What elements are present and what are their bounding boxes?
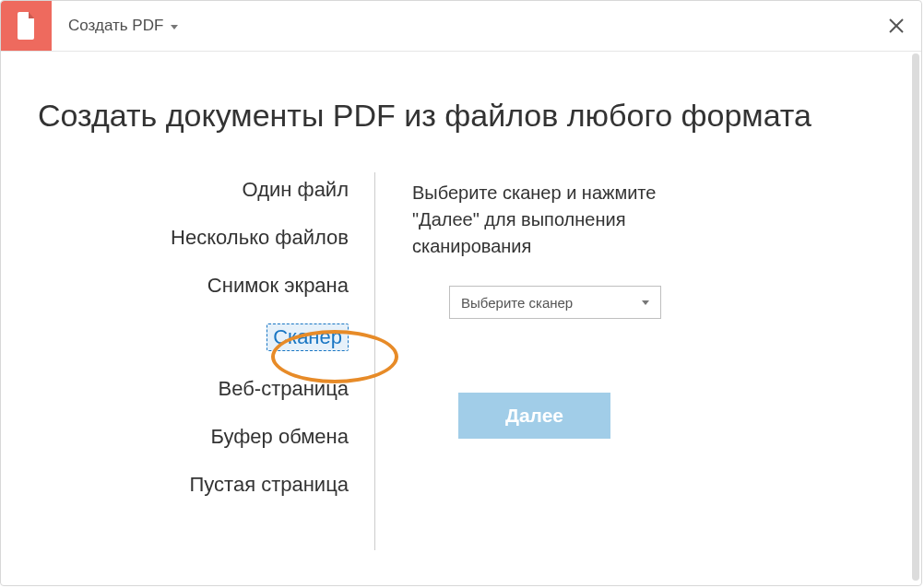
source-option-multiple-files[interactable]: Несколько файлов	[171, 228, 349, 248]
source-options-list: Один файл Несколько файлов Снимок экрана…	[1, 180, 374, 495]
scrollbar-thumb[interactable]	[912, 53, 919, 581]
create-pdf-window: Создать PDF Создать документы PDF из фай…	[0, 0, 922, 586]
source-option-webpage[interactable]: Веб-страница	[219, 379, 349, 399]
source-option-clipboard[interactable]: Буфер обмена	[211, 427, 349, 447]
next-button[interactable]: Далее	[458, 393, 610, 439]
close-button[interactable]	[871, 1, 921, 51]
page-title: Создать документы PDF из файлов любого ф…	[1, 52, 921, 180]
source-option-screenshot[interactable]: Снимок экрана	[207, 276, 349, 296]
scanner-select[interactable]: Выберите сканер	[449, 286, 661, 319]
scanner-panel: Выберите сканер и нажмите "Далее" для вы…	[375, 180, 921, 439]
create-pdf-dropdown-label: Создать PDF	[68, 17, 163, 35]
create-pdf-dropdown[interactable]: Создать PDF	[52, 1, 195, 51]
columns: Один файл Несколько файлов Снимок экрана…	[1, 180, 921, 550]
scrollbar[interactable]	[912, 53, 919, 581]
header-bar: Создать PDF	[1, 1, 921, 52]
source-option-single-file[interactable]: Один файл	[243, 180, 349, 200]
body: Создать документы PDF из файлов любого ф…	[1, 52, 921, 550]
caret-down-icon	[642, 300, 649, 305]
source-option-scanner[interactable]: Сканер	[267, 323, 349, 351]
close-icon	[889, 18, 904, 33]
app-pdf-icon	[1, 1, 52, 51]
scanner-select-placeholder: Выберите сканер	[461, 295, 573, 311]
source-option-blank-page[interactable]: Пустая страница	[190, 475, 349, 495]
instructions-text: Выберите сканер и нажмите "Далее" для вы…	[412, 180, 707, 260]
caret-down-icon	[171, 25, 178, 29]
